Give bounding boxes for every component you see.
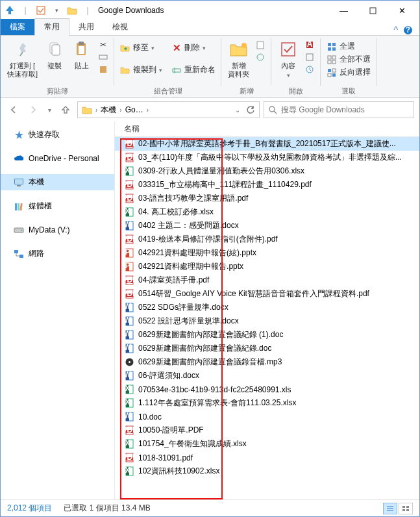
copyto-button[interactable]: 複製到 ▾ — [118, 64, 164, 76]
maximize-button[interactable] — [358, 1, 388, 19]
file-row[interactable]: PDF03_本(110)年度「高級中等以下學校及幼兒園教師資格考試」非選擇題及綜… — [115, 151, 419, 164]
cut-button[interactable]: ✂ — [96, 39, 110, 51]
tab-view[interactable]: 檢視 — [103, 19, 137, 35]
newfolder-button[interactable]: 新增 資料夾 — [225, 38, 252, 80]
selectall-button[interactable]: 全選 — [325, 40, 373, 53]
svg-text:PDF: PDF — [125, 275, 134, 284]
breadcrumb-seg[interactable]: 本機 — [98, 105, 119, 116]
file-row[interactable]: PDF0419-檢送本局修訂停課指引(含附件).pdf — [115, 233, 419, 246]
nav-network[interactable]: 網路 — [1, 246, 114, 262]
nav-libraries[interactable]: 媒體櫃 — [1, 198, 114, 214]
up-button[interactable] — [58, 102, 73, 118]
tab-home[interactable]: 常用 — [34, 18, 69, 36]
file-row[interactable]: W06-評選須知.docx — [115, 369, 419, 383]
file-row[interactable]: W0629新建圖書館內部建置會議紀錄.doc — [115, 342, 419, 355]
tab-share[interactable]: 共用 — [69, 19, 103, 35]
open-button[interactable]: A — [303, 39, 317, 51]
file-row[interactable]: PDF03-語言技巧教學之課室用語.pdf — [115, 192, 419, 205]
back-button[interactable] — [6, 102, 21, 118]
file-row[interactable]: W0629新建圖書館內部建置會議紀錄 (1).doc — [115, 328, 419, 342]
column-header-name[interactable]: 名稱 — [115, 121, 419, 137]
paste-button[interactable]: 貼上 — [69, 38, 95, 71]
nav-onedrive[interactable]: OneDrive - Personal — [1, 151, 114, 166]
paste-shortcut-button[interactable] — [96, 64, 110, 75]
address-bar: ▾ › 本機 › Go… › ⌄ 搜尋 Google Downloads — [1, 98, 419, 121]
moveto-button[interactable]: 移至 ▾ — [118, 42, 164, 54]
nav-mydata[interactable]: MyData (V:) — [1, 222, 114, 238]
chevron-right-icon[interactable]: › — [95, 107, 97, 114]
edit-button[interactable] — [303, 51, 317, 63]
file-row[interactable]: PDF033315_市立楊梅高中_111課程計畫_1110429.pdf — [115, 178, 419, 192]
easyaccess-button[interactable] — [253, 51, 267, 63]
nav-quick-access[interactable]: 快速存取 — [1, 127, 114, 143]
file-row[interactable]: W10.doc — [115, 410, 419, 423]
chevron-right-icon[interactable]: › — [119, 107, 121, 114]
rename-button[interactable]: 重新命名 — [169, 64, 217, 76]
nav-thispc[interactable]: 本機 — [1, 174, 114, 190]
qat-dropdown-icon[interactable]: ▾ — [50, 4, 63, 17]
shortcut-icon — [98, 64, 108, 75]
copy-button[interactable]: 複製 — [42, 38, 68, 71]
properties-button[interactable]: 內容 ▾ — [275, 38, 301, 80]
chevron-right-icon[interactable]: › — [147, 107, 149, 114]
forward-button[interactable] — [25, 102, 41, 118]
file-row[interactable]: X1.112年各處室預算需求表-會前111.03.25.xlsx — [115, 396, 419, 410]
close-button[interactable]: ✕ — [388, 1, 417, 19]
history-button[interactable] — [303, 64, 317, 75]
svg-text:PDF: PDF — [125, 289, 134, 298]
file-list[interactable]: PDF02-國中小常用課室英語參考手冊_B有聲書版_20210517正式版本_建… — [115, 137, 419, 499]
file-row[interactable]: PDF1018-31091.pdf — [115, 451, 419, 464]
svg-text:PDF: PDF — [125, 234, 134, 244]
file-name: 10.doc — [138, 412, 162, 422]
edit-icon — [304, 52, 315, 62]
collapse-ribbon-icon[interactable]: ^ — [393, 25, 398, 35]
selectnone-button[interactable]: 全部不選 — [325, 53, 373, 66]
view-large-button[interactable] — [399, 503, 413, 514]
file-row[interactable]: X0309-2行政人員體溫量測值勤表公告用0306.xlsx — [115, 164, 419, 178]
file-row[interactable]: W0522 SDGs評量規準.docx — [115, 301, 419, 314]
file-row[interactable]: X070534e-31bc-41b9-913d-fc2c25480991.xls — [115, 383, 419, 396]
search-input[interactable]: 搜尋 Google Downloads — [264, 101, 414, 118]
recent-button[interactable]: ▾ — [45, 102, 54, 118]
qat-properties-icon[interactable] — [34, 4, 47, 17]
breadcrumb-dropdown-icon[interactable]: ⌄ — [232, 107, 243, 114]
newitem-button[interactable] — [253, 39, 267, 51]
pdf-file-icon: PDF — [124, 153, 134, 163]
file-row[interactable]: PDF04-課室英語手冊.pdf — [115, 273, 419, 287]
file-name: 03-語言技巧教學之課室用語.pdf — [138, 193, 248, 204]
svg-rect-126 — [402, 509, 405, 511]
svg-rect-127 — [406, 509, 409, 511]
help-icon[interactable]: ? — [403, 25, 413, 35]
mp3-file-icon — [124, 357, 134, 368]
breadcrumb-root-icon[interactable] — [79, 105, 95, 114]
file-row[interactable]: W0402 主題二：感受問題.docx — [115, 219, 419, 233]
file-row[interactable]: PDF02-國中小常用課室英語參考手冊_B有聲書版_20210517正式版本_建… — [115, 137, 419, 151]
pin-button[interactable]: 釘選到 [ 快速存取] — [5, 38, 40, 80]
file-row[interactable]: P042921資料處理期中報告.pptx — [115, 260, 419, 273]
xls-file-icon: X — [124, 166, 134, 177]
refresh-button[interactable] — [243, 105, 258, 114]
file-row[interactable]: 0629新建圖書館內部建置會議錄音檔.mp3 — [115, 355, 419, 369]
svg-rect-7 — [52, 45, 60, 55]
delete-button[interactable]: ✕刪除 ▾ — [169, 42, 217, 54]
svg-rect-9 — [79, 42, 84, 45]
copypath-button[interactable] — [96, 51, 110, 63]
file-row[interactable]: PDF10050-證明單.PDF — [115, 423, 419, 437]
file-row[interactable]: P042921資料處理期中報告(絃).pptx — [115, 246, 419, 260]
file-row[interactable]: PDF0514研習_Goolge AIY Voice Kit智慧語音音箱套件入門… — [115, 287, 419, 301]
breadcrumb[interactable]: › 本機 › Go… › ⌄ — [77, 101, 260, 118]
file-row[interactable]: X04. 高工校訂必修.xlsx — [115, 205, 419, 219]
view-details-button[interactable] — [383, 503, 397, 514]
libraries-icon — [14, 201, 24, 212]
minimize-button[interactable]: — — [329, 1, 358, 19]
file-row[interactable]: X102資訊科技10902.xlsx — [115, 464, 419, 478]
file-row[interactable]: W0522 設計思考評量規準.docx — [115, 314, 419, 328]
breadcrumb-seg[interactable]: Go… — [123, 105, 146, 114]
invert-button[interactable]: 反向選擇 — [325, 66, 373, 79]
file-name: 0629新建圖書館內部建置會議紀錄 (1).doc — [138, 329, 283, 340]
path-icon — [98, 52, 108, 62]
star-icon — [14, 130, 24, 140]
tab-file[interactable]: 檔案 — [1, 19, 34, 35]
file-row[interactable]: X101754_午餐衛生知識成績.xlsx — [115, 437, 419, 451]
svg-rect-33 — [328, 73, 331, 77]
